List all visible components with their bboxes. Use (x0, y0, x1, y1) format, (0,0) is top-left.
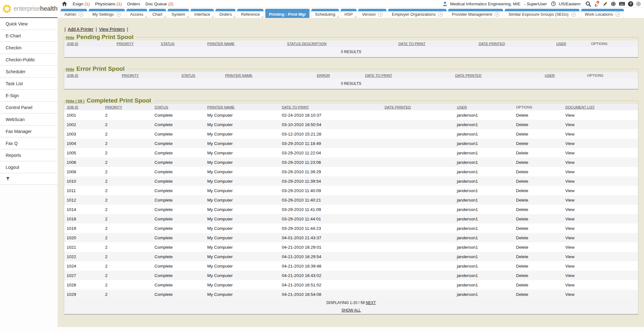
home-icon[interactable] (62, 1, 67, 7)
view-document-link[interactable]: View (565, 254, 575, 259)
view-document-link[interactable]: View (565, 132, 575, 136)
presence-status-icon[interactable] (636, 2, 641, 6)
delete-link[interactable]: Delete (516, 122, 528, 127)
column-header[interactable]: PRINTER NAME (205, 41, 285, 47)
view-document-link[interactable]: View (565, 207, 575, 212)
disconnect-icon[interactable] (594, 1, 600, 7)
hide-completed-link[interactable]: Hide ( 59 ) (66, 99, 85, 103)
view-printers-link[interactable]: View Printers (99, 27, 125, 32)
delete-link[interactable]: Delete (516, 264, 528, 268)
view-document-link[interactable]: View (565, 245, 575, 250)
delete-link[interactable]: Delete (516, 273, 528, 278)
column-header[interactable]: DOCUMENT LIST (563, 104, 638, 110)
view-document-link[interactable]: View (565, 264, 575, 268)
sidebar-pin-toggle[interactable] (0, 173, 58, 185)
hide-error-link[interactable]: Hide (66, 67, 74, 72)
next-page-link[interactable]: NEXT (366, 301, 376, 305)
sidebar-item[interactable]: E-Sign (0, 90, 58, 102)
column-header[interactable]: STATUS (179, 72, 223, 79)
column-header[interactable]: PRIORITY (119, 72, 179, 79)
tab[interactable]: System (168, 9, 189, 18)
column-header[interactable]: PRIORITY (114, 41, 158, 47)
delete-link[interactable]: Delete (516, 292, 528, 297)
tab[interactable]: Version (358, 9, 386, 18)
column-header[interactable]: PRINTER NAME (205, 104, 279, 110)
tab[interactable]: My Settings (89, 9, 125, 18)
column-header[interactable]: ERROR (314, 72, 363, 79)
column-header[interactable]: DATE TO PRINT (279, 104, 382, 110)
tab[interactable]: Employer Organizations (388, 9, 447, 18)
column-header[interactable]: STATUS DESCRIPTION (285, 41, 396, 47)
view-document-link[interactable]: View (565, 179, 575, 184)
view-document-link[interactable]: View (565, 283, 575, 287)
column-header[interactable]: DATE PRINTED (452, 72, 542, 79)
view-document-link[interactable]: View (565, 113, 575, 118)
tab[interactable]: HSP (341, 9, 357, 18)
column-header[interactable]: USER (554, 41, 589, 47)
account-name[interactable]: Medical Informatics Engineering, MIE (450, 2, 521, 6)
delete-link[interactable]: Delete (516, 226, 528, 231)
tab[interactable]: Chart (149, 9, 166, 18)
top-nav-link[interactable]: Orders (127, 2, 140, 6)
sidebar-item[interactable]: Quick View (0, 18, 58, 30)
delete-link[interactable]: Delete (516, 245, 528, 250)
column-header[interactable]: DATE TO PRINT (396, 41, 476, 47)
delete-link[interactable]: Delete (516, 141, 528, 146)
sidebar-item[interactable]: Task List (0, 78, 58, 90)
tab[interactable]: Admin (61, 9, 87, 18)
column-header[interactable]: PRIORITY (103, 104, 152, 110)
column-header[interactable]: PRINTER NAME (223, 72, 314, 79)
column-header[interactable]: DATE TO PRINT (363, 72, 453, 79)
sidebar-item[interactable]: Reports (0, 149, 58, 161)
tab[interactable]: Access (126, 9, 147, 18)
help-icon[interactable] (628, 1, 633, 7)
view-document-link[interactable]: View (565, 141, 575, 146)
sidebar-item[interactable]: Fax Manager (0, 125, 58, 137)
column-header[interactable]: USER (454, 104, 514, 110)
view-document-link[interactable]: View (565, 122, 575, 127)
view-document-link[interactable]: View (565, 273, 575, 278)
view-document-link[interactable]: View (565, 151, 575, 155)
sidebar-item[interactable]: Checkin (0, 42, 58, 54)
delete-link[interactable]: Delete (516, 254, 528, 259)
hide-pending-link[interactable]: Hide (66, 36, 74, 40)
search-icon[interactable] (585, 1, 591, 7)
tab[interactable]: Interface (191, 9, 214, 18)
view-document-link[interactable]: View (565, 160, 575, 165)
sidebar-item[interactable]: Checkin-Public (0, 54, 58, 66)
view-document-link[interactable]: View (565, 217, 575, 221)
view-document-link[interactable]: View (565, 292, 575, 297)
delete-link[interactable]: Delete (516, 151, 528, 155)
delete-link[interactable]: Delete (516, 113, 528, 118)
top-nav-link[interactable]: Physicians(1) (95, 2, 122, 6)
column-header[interactable]: STATUS (152, 104, 205, 110)
delete-link[interactable]: Delete (516, 188, 528, 193)
tab[interactable]: Similar Exposure Groups (SEGs) (505, 9, 580, 18)
tab[interactable]: Orders (215, 9, 236, 18)
column-header[interactable]: STATUS (158, 41, 205, 47)
top-nav-link[interactable]: Esign(1) (73, 2, 90, 6)
column-header[interactable]: JOB ID (64, 104, 103, 110)
view-document-link[interactable]: View (565, 235, 575, 240)
app-logo[interactable]: enterprisehealth (0, 0, 58, 18)
delete-link[interactable]: Delete (516, 217, 528, 221)
column-header[interactable]: USER (542, 72, 585, 79)
view-document-link[interactable]: View (565, 188, 575, 193)
top-nav-link[interactable]: Doc Queue(2) (146, 2, 174, 6)
sidebar-item[interactable]: Scheduler (0, 66, 58, 78)
tab[interactable]: Reference (237, 9, 264, 18)
delete-link[interactable]: Delete (516, 235, 528, 240)
delete-link[interactable]: Delete (516, 179, 528, 184)
column-header[interactable]: DATE PRINTED (476, 41, 553, 47)
delete-link[interactable]: Delete (516, 198, 528, 202)
column-header[interactable]: DATE PRINTED (382, 104, 454, 110)
tab[interactable]: Work Locations (581, 9, 624, 18)
tab[interactable]: Scheduling (311, 9, 339, 18)
show-all-link[interactable]: SHOW ALL (341, 308, 361, 313)
annotate-pen-icon[interactable] (602, 1, 608, 7)
delete-link[interactable]: Delete (516, 207, 528, 212)
column-header[interactable]: JOB ID (64, 41, 114, 47)
sidebar-item[interactable]: Logout (0, 161, 58, 173)
timezone-label[interactable]: US/Eastern (559, 2, 580, 6)
delete-link[interactable]: Delete (516, 169, 528, 174)
